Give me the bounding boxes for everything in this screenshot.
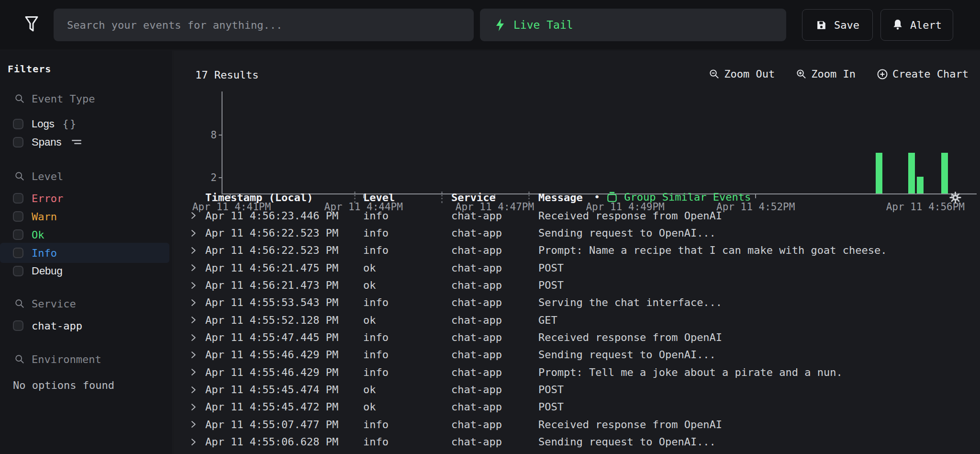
service-search[interactable]	[0, 294, 172, 313]
y-axis-tick-mark	[219, 135, 223, 136]
filter-logs[interactable]: Logs {}	[0, 114, 169, 134]
filter-level-error[interactable]: Error	[0, 188, 169, 208]
column-resize-handle[interactable]	[528, 192, 530, 203]
filter-level-info[interactable]: Info	[0, 243, 169, 263]
filters-title: Filters	[8, 63, 51, 75]
chevron-right-icon[interactable]	[189, 316, 198, 324]
spans-lines-icon	[71, 138, 83, 146]
search-icon	[14, 298, 25, 309]
alert-button[interactable]: Alert	[880, 9, 953, 41]
checkbox-info[interactable]	[13, 248, 23, 258]
chevron-right-icon[interactable]	[189, 403, 198, 411]
group-similar-events-button[interactable]: • Group Similar Events	[594, 191, 751, 203]
chevron-right-icon[interactable]	[189, 351, 198, 359]
col-message[interactable]: Message	[538, 192, 583, 204]
table-row[interactable]: Apr 11 4:55:45.474 PM ok chat-app POST	[174, 381, 980, 398]
filter-spans[interactable]: Spans	[0, 132, 169, 152]
message-cell: Received response from OpenAI	[538, 210, 722, 222]
filter-level-ok[interactable]: Ok	[0, 225, 169, 245]
checkbox-logs[interactable]	[13, 119, 23, 129]
ok-label: Ok	[32, 229, 45, 241]
chevron-right-icon[interactable]	[189, 246, 198, 255]
service-cell: chat-app	[451, 262, 502, 274]
filter-level-warn[interactable]: Warn	[0, 206, 169, 227]
chevron-right-icon[interactable]	[189, 229, 198, 238]
service-cell: chat-app	[451, 279, 502, 291]
timestamp-cell: Apr 11 4:55:06.628 PM	[205, 436, 338, 448]
bell-icon	[892, 19, 903, 31]
col-service[interactable]: Service	[451, 192, 496, 204]
table-row[interactable]: Apr 11 4:55:07.477 PM info chat-app Rece…	[174, 416, 980, 433]
level-cell: ok	[363, 262, 376, 274]
chevron-right-icon[interactable]	[189, 368, 198, 376]
message-cell: GET	[538, 314, 557, 326]
service-cell: chat-app	[451, 401, 502, 413]
table-row[interactable]: Apr 11 4:55:52.128 PM ok chat-app GET	[174, 311, 980, 329]
table-row[interactable]: Apr 11 4:56:21.475 PM ok chat-app POST	[174, 259, 980, 276]
chart-bar	[941, 153, 948, 193]
column-resize-handle[interactable]	[354, 192, 356, 203]
chevron-right-icon[interactable]	[189, 263, 198, 272]
col-timestamp[interactable]: Timestamp (Local)	[205, 192, 313, 204]
table-row[interactable]: Apr 11 4:55:53.543 PM info chat-app Serv…	[174, 294, 980, 311]
search-icon	[14, 171, 25, 182]
zoom-out-icon	[709, 68, 720, 79]
level-search-input[interactable]	[32, 170, 151, 182]
filter-service-chat-app[interactable]: chat-app	[0, 316, 169, 336]
events-histogram[interactable]: 82Apr 11 4:41PMApr 11 4:44PMApr 11 4:47P…	[222, 91, 977, 204]
create-chart-button[interactable]: Create Chart	[877, 68, 969, 80]
table-row[interactable]: Apr 11 4:56:22.523 PM info chat-app Prom…	[174, 242, 980, 259]
column-resize-handle[interactable]	[441, 192, 443, 203]
checkbox-warn[interactable]	[13, 211, 23, 222]
checkbox-chat-app[interactable]	[13, 320, 23, 331]
level-cell: ok	[363, 314, 376, 326]
floppy-disk-icon	[815, 19, 827, 31]
circle-plus-icon	[877, 68, 888, 80]
checkbox-ok[interactable]	[13, 229, 23, 240]
event-type-search-input[interactable]	[32, 93, 151, 105]
event-type-search[interactable]	[0, 89, 172, 108]
chevron-right-icon[interactable]	[189, 298, 198, 307]
level-search[interactable]	[0, 167, 172, 186]
table-settings-gear-icon[interactable]	[949, 191, 962, 204]
save-button[interactable]: Save	[802, 9, 873, 41]
search-icon	[14, 354, 25, 364]
environment-search-input[interactable]	[32, 353, 151, 365]
chevron-right-icon[interactable]	[189, 386, 198, 394]
table-row[interactable]: Apr 11 4:55:06.628 PM info chat-app Send…	[174, 433, 980, 450]
y-axis-tick-label: 2	[211, 172, 217, 183]
table-row[interactable]: Apr 11 4:55:45.472 PM ok chat-app POST	[174, 398, 980, 416]
table-row[interactable]: Apr 11 4:55:46.429 PM info chat-app Send…	[174, 346, 980, 363]
top-bar: Live Tail Save Alert	[0, 0, 980, 50]
col-level[interactable]: Level	[363, 192, 395, 204]
message-cell: Sending request to OpenAI...	[538, 436, 716, 448]
filter-level-debug[interactable]: Debug	[0, 261, 169, 281]
chevron-right-icon[interactable]	[189, 333, 198, 342]
chart-bar	[876, 153, 882, 193]
checkbox-error[interactable]	[13, 193, 23, 204]
checkbox-debug[interactable]	[13, 266, 23, 276]
level-cell: ok	[363, 384, 376, 396]
chevron-right-icon[interactable]	[189, 281, 198, 290]
table-row[interactable]: Apr 11 4:56:21.473 PM ok chat-app POST	[174, 276, 980, 294]
zoom-in-button[interactable]: Zoom In	[796, 68, 856, 80]
environment-search[interactable]	[0, 350, 172, 369]
warn-label: Warn	[32, 211, 57, 223]
table-row[interactable]: Apr 11 4:56:22.523 PM info chat-app Send…	[174, 224, 980, 241]
service-cell: chat-app	[451, 210, 502, 222]
timestamp-cell: Apr 11 4:55:46.429 PM	[205, 349, 338, 361]
table-row[interactable]: Apr 11 4:56:23.446 PM info chat-app Rece…	[174, 207, 980, 224]
chevron-right-icon[interactable]	[189, 438, 198, 446]
filter-funnel-icon[interactable]	[17, 11, 46, 39]
chevron-right-icon[interactable]	[189, 420, 198, 429]
service-search-input[interactable]	[32, 298, 151, 310]
search-input[interactable]	[54, 9, 474, 41]
level-cell: info	[363, 331, 389, 343]
chevron-right-icon[interactable]	[189, 211, 198, 220]
table-row[interactable]: Apr 11 4:55:47.445 PM info chat-app Rece…	[174, 329, 980, 346]
live-tail-button[interactable]: Live Tail	[480, 9, 786, 41]
checkbox-spans[interactable]	[13, 137, 23, 148]
level-cell: info	[363, 366, 389, 378]
zoom-out-button[interactable]: Zoom Out	[709, 68, 775, 80]
table-row[interactable]: Apr 11 4:55:46.429 PM info chat-app Prom…	[174, 363, 980, 381]
